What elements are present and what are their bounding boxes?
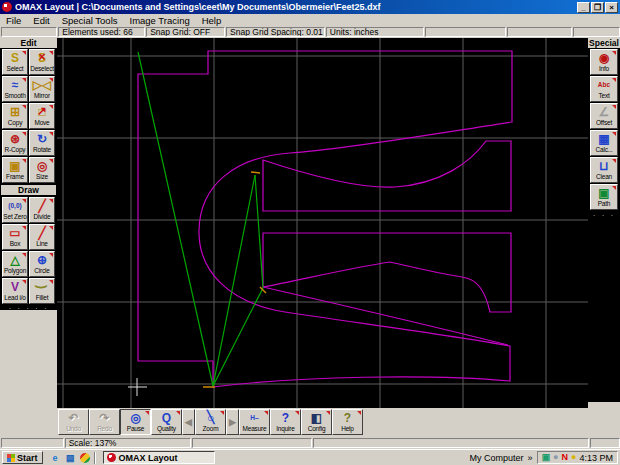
r-copy-button[interactable]: ⊛R-Copy — [2, 130, 28, 156]
traverse-line-2[interactable] — [213, 175, 255, 386]
r-copy-label: R-Copy — [5, 146, 26, 153]
start-button[interactable]: Start — [2, 451, 43, 464]
menu-item-file[interactable]: File — [0, 15, 27, 26]
tray-volume-icon[interactable]: ● — [553, 452, 558, 463]
tray-antivirus-icon[interactable]: N — [562, 452, 569, 463]
draw-button-grid: (0,0)Set Zero╱Divide▭Box╱Line△Polygon⊕Ci… — [0, 197, 57, 304]
windows-taskbar: Start e▤ OMAX Layout My Computer » ▣●N● … — [0, 449, 620, 465]
zoom-label: Zoom — [203, 425, 219, 432]
deselect-button[interactable]: S×Deselect — [29, 49, 55, 75]
close-button[interactable]: × — [605, 2, 618, 13]
help-icon: ? — [333, 410, 362, 425]
box-button[interactable]: ▭Box — [2, 224, 28, 250]
select-button[interactable]: SSelect — [2, 49, 28, 75]
title-bar[interactable]: OMAX Layout | C:\Documents and Settings\… — [0, 0, 620, 14]
clock[interactable]: 4:13 PM — [579, 453, 613, 463]
divide-button[interactable]: ╱Divide — [29, 197, 55, 223]
info-button[interactable]: ◉Info — [590, 49, 618, 75]
status-panel-scale-spacer-left — [1, 438, 64, 448]
start-label: Start — [17, 453, 38, 463]
line-icon: ╱ — [30, 225, 54, 240]
status-panel-status-spacer-right — [573, 27, 620, 37]
menu-item-help[interactable]: Help — [196, 15, 228, 26]
size-button[interactable]: ◎Size — [29, 157, 55, 183]
line-button[interactable]: ╱Line — [29, 224, 55, 250]
traverse-line-4[interactable] — [213, 288, 263, 386]
box-icon: ▭ — [3, 225, 27, 240]
maximize-button[interactable]: ❐ — [591, 2, 604, 13]
windows-logo-icon — [7, 454, 15, 462]
edit-toolbar-header: Edit — [0, 38, 57, 48]
taskbar-button-omax-layout[interactable]: OMAX Layout — [103, 451, 215, 464]
redo-button[interactable]: ↷Redo — [89, 409, 120, 435]
text-button[interactable]: AbcText — [590, 76, 618, 102]
window-controls: _ ❐ × — [577, 2, 618, 13]
foot1-outline[interactable] — [263, 141, 511, 211]
status-panel-snap-grid: Snap Grid: OFF — [146, 27, 225, 37]
minimize-button[interactable]: _ — [577, 2, 590, 13]
inquire-button[interactable]: ?Inquire — [270, 409, 301, 435]
undo-button[interactable]: ↶Undo — [58, 409, 89, 435]
menu-item-special-tools[interactable]: Special Tools — [56, 15, 124, 26]
polygon-button[interactable]: △Polygon — [2, 251, 28, 277]
outer-profile[interactable] — [138, 51, 512, 387]
fillet-button[interactable]: )Fillet — [29, 278, 55, 304]
path-label: Path — [598, 200, 611, 207]
offset-icon: ∠ — [591, 104, 617, 119]
tray-key-icon[interactable]: ● — [571, 452, 576, 463]
path-button[interactable]: ▣Path — [590, 184, 618, 210]
move-label: Move — [34, 119, 49, 126]
clean-button[interactable]: ⊔Clean — [590, 157, 618, 183]
zoom-next-icon: ▶ — [227, 410, 238, 434]
task-label: OMAX Layout — [119, 453, 178, 463]
edit-button-grid: SSelectS×Deselect≈Smooth▷◁Mirror⊞Copy□↗M… — [0, 49, 57, 183]
drawing-canvas[interactable] — [57, 38, 588, 408]
measure-button[interactable]: H‒Measure — [239, 409, 270, 435]
inquire-label: Inquire — [276, 425, 294, 432]
desktop-toolbar-label[interactable]: My Computer — [470, 453, 524, 463]
lead-tick-1 — [251, 172, 260, 173]
deselect-icon: S× — [30, 50, 54, 65]
status-panel-scale-spacer-right — [590, 438, 620, 448]
menu-item-image-tracing[interactable]: Image Tracing — [124, 15, 196, 26]
info-icon: ◉ — [591, 50, 617, 65]
pause-button[interactable]: ◎Pause — [120, 409, 151, 435]
mirror-button[interactable]: ▷◁Mirror — [29, 76, 55, 102]
config-button[interactable]: ◧Config — [301, 409, 332, 435]
right-toolbar-dots[interactable]: · · · — [593, 211, 615, 220]
toolbar-chevron[interactable]: » — [528, 453, 533, 463]
inquire-icon: ? — [271, 410, 300, 425]
tray-icons: ▣●N● — [542, 452, 577, 463]
foot2-outline[interactable] — [263, 233, 511, 312]
help-button[interactable]: ?Help — [332, 409, 363, 435]
calc-button[interactable]: ▦Calc... — [590, 130, 618, 156]
config-label: Config — [308, 425, 326, 432]
rotate-button[interactable]: ↻Rotate — [29, 130, 55, 156]
zoom-next-button[interactable]: ▶ — [226, 409, 239, 435]
lead-io-label: Lead i/o — [4, 294, 26, 301]
lead-io-button[interactable]: VLead i/o — [2, 278, 28, 304]
move-button[interactable]: □↗Move — [29, 103, 55, 129]
traverse-line-3[interactable] — [255, 175, 263, 288]
foot3-curve[interactable] — [263, 287, 508, 345]
deselect-label: Deselect — [30, 65, 54, 72]
globe-icon[interactable] — [80, 453, 90, 463]
special-toolbar: ◉InfoAbcText∠Offset▦Calc...⊔Clean▣Path· … — [588, 48, 620, 402]
quality-button[interactable]: QQuality — [151, 409, 182, 435]
smooth-button[interactable]: ≈Smooth — [2, 76, 28, 102]
copy-button[interactable]: ⊞Copy — [2, 103, 28, 129]
internet-explorer-icon[interactable]: e — [49, 452, 62, 464]
lead-io-icon: V — [3, 279, 27, 294]
set-zero-button[interactable]: (0,0)Set Zero — [2, 197, 28, 223]
calc-icon: ▦ — [591, 131, 617, 146]
tray-network-icon[interactable]: ▣ — [542, 452, 551, 463]
zoom-prev-button[interactable]: ◀ — [182, 409, 195, 435]
menu-item-edit[interactable]: Edit — [27, 15, 55, 26]
offset-button[interactable]: ∠Offset — [590, 103, 618, 129]
traverse-line-1[interactable] — [138, 52, 213, 386]
zoom-button[interactable]: ○╲Zoom — [195, 409, 226, 435]
show-desktop-icon[interactable]: ▤ — [64, 452, 77, 464]
circle-button[interactable]: ⊕Circle — [29, 251, 55, 277]
divide-label: Divide — [34, 213, 51, 220]
frame-button[interactable]: ▣Frame — [2, 157, 28, 183]
